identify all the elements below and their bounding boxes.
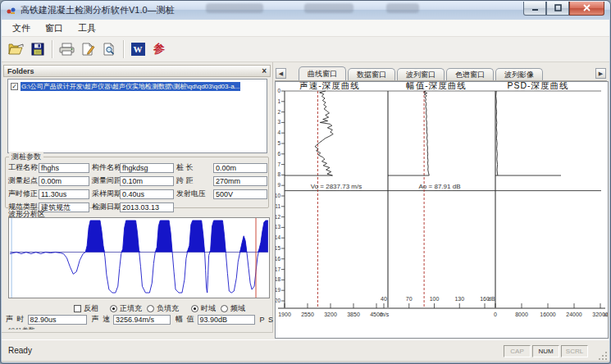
- close-button[interactable]: [569, 2, 604, 16]
- svg-text:1: 1: [277, 98, 280, 104]
- param-value-field[interactable]: 0.00m: [213, 163, 267, 173]
- svg-text:13: 13: [276, 224, 280, 230]
- domain-mode-radio[interactable]: [221, 305, 228, 312]
- domain-mode-label: 时域: [201, 303, 216, 314]
- param-value-field[interactable]: 建筑规范: [39, 202, 89, 212]
- param-value-field[interactable]: fhgkdsg: [120, 163, 174, 173]
- svg-text:20: 20: [276, 298, 280, 303]
- invert-checkbox[interactable]: [74, 305, 81, 312]
- menu-item[interactable]: 窗口: [38, 20, 71, 36]
- param-value-field[interactable]: 270mm: [213, 176, 267, 186]
- svg-text:Vo = 2837.73 m/s: Vo = 2837.73 m/s: [311, 183, 362, 190]
- tabs: 曲线窗口数据窗口波列窗口色谱窗口波列影像: [299, 66, 545, 80]
- tab-active[interactable]: 曲线窗口: [299, 66, 346, 80]
- fill-mode-label: 负填充: [157, 303, 179, 314]
- menu-item[interactable]: 工具: [71, 20, 103, 36]
- save-button[interactable]: [27, 39, 48, 60]
- folders-close-icon[interactable]: ×: [262, 67, 267, 75]
- param-value-field[interactable]: 2013.03.13: [120, 202, 174, 212]
- svg-text:8: 8: [277, 171, 280, 177]
- page-edit-icon: [81, 43, 95, 56]
- tab-scroll-left-icon[interactable]: ◀: [276, 68, 286, 79]
- print-button[interactable]: [56, 39, 77, 60]
- readout-label: 声 时: [6, 314, 25, 325]
- waveform-display[interactable]: [8, 217, 270, 298]
- menu-item[interactable]: 文件: [5, 20, 38, 36]
- statusbar: Ready CAPNUMSCRL: [2, 339, 609, 362]
- svg-text:4: 4: [277, 130, 280, 135]
- svg-text:声速-深度曲线: 声速-深度曲线: [299, 82, 360, 90]
- param-label: 测量起点: [8, 175, 36, 186]
- toolbar-separator: [123, 40, 124, 58]
- readout-label: 声 速: [92, 314, 112, 325]
- param-label: 检测日期: [92, 202, 117, 212]
- svg-text:5: 5: [277, 140, 280, 146]
- svg-text:1900: 1900: [278, 312, 291, 317]
- svg-text:0: 0: [494, 312, 497, 317]
- page-magnifier-icon: [103, 43, 116, 56]
- word-export-button[interactable]: W: [127, 39, 148, 60]
- svg-text:0: 0: [277, 88, 280, 93]
- status-indicators: CAPNUMSCRL: [504, 345, 588, 357]
- param-label: 跨 距: [176, 175, 211, 186]
- titlebar-glass-artifact: [386, 3, 419, 13]
- file-checkbox[interactable]: ✓: [11, 83, 18, 90]
- param-value-field[interactable]: 0.00m: [39, 176, 89, 186]
- param-label: 工程名称: [8, 162, 36, 173]
- svg-text:100: 100: [430, 296, 440, 302]
- readout-value-field[interactable]: 93.90dB: [198, 315, 255, 325]
- resize-grip[interactable]: [597, 350, 608, 361]
- param-value-field[interactable]: 0.40us: [120, 189, 174, 199]
- param-label: 发射电压: [176, 189, 211, 199]
- readout-value-field[interactable]: 3256.94m/s: [113, 315, 171, 325]
- tab-inactive[interactable]: 波列影像: [495, 68, 543, 80]
- tabstrip: ◀ 曲线窗口数据窗口波列窗口色谱窗口波列影像 ▶: [275, 66, 607, 81]
- export-button[interactable]: [77, 39, 98, 60]
- domain-mode-radio[interactable]: [191, 305, 198, 312]
- tab-inactive[interactable]: 色谱窗口: [446, 68, 494, 80]
- folders-panel: Folders × ✓G:\公司产品设计开发\超声仪器\超声仪实地检测数据\测桩…: [2, 62, 273, 333]
- file-list-item[interactable]: ✓G:\公司产品设计开发\超声仪器\超声仪实地检测数据\测桩\qd\qd03\q…: [8, 81, 267, 91]
- pile-params-grid: 工程名称fhghs构件名称fhgkdsg桩 长0.00m测量起点0.00m测量间…: [8, 162, 267, 212]
- curves-chart-panel[interactable]: 01234567891011121314151617181920声速-深度曲线1…: [275, 81, 609, 339]
- svg-text:70: 70: [406, 296, 413, 302]
- svg-text:24000: 24000: [566, 312, 582, 317]
- svg-text:130: 130: [454, 296, 464, 302]
- param-label: 测量间距: [92, 175, 117, 186]
- status-indicator: NUM: [532, 345, 559, 357]
- svg-text:14: 14: [276, 234, 280, 240]
- open-button[interactable]: [6, 39, 27, 60]
- folders-file-list[interactable]: ✓G:\公司产品设计开发\超声仪器\超声仪实地检测数据\测桩\qd\qd03\q…: [7, 79, 267, 153]
- pile-params-title: 测桩参数: [9, 152, 43, 162]
- print-preview-button[interactable]: [98, 39, 120, 60]
- status-indicator: SCRL: [561, 345, 588, 357]
- param-value-field[interactable]: 500V: [213, 189, 267, 199]
- param-label: 桩 长: [176, 162, 211, 173]
- param-label: 构件名称: [92, 162, 117, 173]
- app-icon: [7, 6, 16, 16]
- waveform-plot: [9, 218, 269, 298]
- fill-mode-radio[interactable]: [110, 305, 117, 312]
- tab-scroll-right-icon[interactable]: ▶: [595, 68, 606, 79]
- file-path-label: G:\公司产品设计开发\超声仪器\超声仪实地检测数据\测桩\qd\qd03\qd…: [21, 82, 240, 91]
- fill-mode-radio[interactable]: [147, 305, 154, 312]
- svg-text:16000: 16000: [540, 312, 556, 317]
- depth-curves-plot: 01234567891011121314151617181920声速-深度曲线1…: [276, 82, 608, 338]
- svg-text:m/s: m/s: [380, 312, 390, 317]
- tab-inactive[interactable]: 数据窗口: [348, 68, 395, 80]
- param-value-field[interactable]: 11.30us: [39, 189, 89, 199]
- folders-panel-header: Folders ×: [3, 65, 271, 77]
- status-message: Ready: [8, 346, 32, 355]
- param-value-field[interactable]: 0.10m: [120, 176, 174, 186]
- svg-text:10: 10: [276, 193, 280, 198]
- save-floppy-icon: [31, 43, 44, 56]
- tab-inactive[interactable]: 波列窗口: [397, 68, 445, 80]
- readout-value-field[interactable]: 82.90us: [28, 315, 87, 325]
- maximize-button[interactable]: [546, 2, 569, 16]
- parameters-button[interactable]: 参: [148, 39, 170, 60]
- toolbar: W 参: [2, 37, 609, 62]
- minimize-button[interactable]: [523, 2, 546, 16]
- menubar: 文件窗口工具: [2, 20, 609, 37]
- param-value-field[interactable]: fhghs: [39, 163, 89, 173]
- svg-text:11: 11: [276, 203, 280, 209]
